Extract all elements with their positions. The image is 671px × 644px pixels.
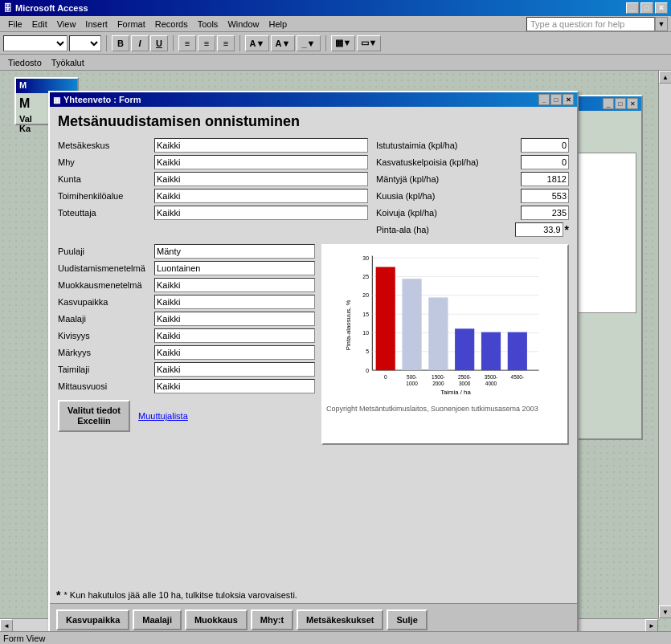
maximize-button[interactable]: □ <box>640 2 653 14</box>
mäntyjä-row: Mäntyjä (kpl/ha) <box>376 172 569 186</box>
align-right-button[interactable]: ≡ <box>217 35 235 51</box>
font-color-button[interactable]: A▼ <box>271 35 295 51</box>
bg-win-close[interactable]: ✕ <box>627 98 638 109</box>
uudistamismenetelmä-row: Uudistamismenetelmä <box>58 261 315 275</box>
underline-button[interactable]: U <box>150 35 168 51</box>
menu-työkalut[interactable]: Työkalut <box>47 56 89 69</box>
pinta-ala-row: Pinta-ala (ha) * <box>376 222 569 237</box>
align-center-button[interactable]: ≡ <box>198 35 215 51</box>
muuttujalista-link[interactable]: Muuttujalista <box>138 411 188 421</box>
taimilaji-input[interactable] <box>154 362 315 377</box>
svg-rect-20 <box>455 328 474 370</box>
toteuttaja-input[interactable] <box>154 206 368 220</box>
bold-button[interactable]: B <box>112 35 129 51</box>
kasvupaikka-input[interactable] <box>154 295 315 309</box>
menu-edit[interactable]: Edit <box>27 18 52 31</box>
svg-text:1000: 1000 <box>406 381 418 386</box>
metsäkeskus-input[interactable] <box>154 138 368 153</box>
maalaji-input[interactable] <box>154 312 315 326</box>
mhyt-button[interactable]: Mhy:t <box>251 609 293 630</box>
svg-text:Pinta-alaosuus, %: Pinta-alaosuus, % <box>345 300 352 351</box>
svg-text:500-: 500- <box>407 374 417 380</box>
special-btn-1[interactable]: ▦▼ <box>331 35 355 51</box>
muokkausmenetelmä-input[interactable] <box>154 278 315 292</box>
mäntyjä-input[interactable] <box>521 172 569 186</box>
sulje-button[interactable]: Sulje <box>387 609 427 630</box>
svg-rect-17 <box>376 267 395 370</box>
menu-window[interactable]: Window <box>223 18 264 31</box>
muokkaus-button[interactable]: Muokkaus <box>185 609 248 630</box>
bg-win-max[interactable]: □ <box>615 98 626 109</box>
help-search-box[interactable]: Type a question for help <box>526 17 655 31</box>
svg-text:Taimia / ha: Taimia / ha <box>440 389 471 396</box>
menu-tiedosto[interactable]: Tiedosto <box>3 56 47 69</box>
scroll-down-button[interactable]: ▼ <box>659 605 671 618</box>
kuusia-label: Kuusia (kpl/ha) <box>376 191 521 201</box>
svg-text:3000: 3000 <box>459 381 471 386</box>
line-color-button[interactable]: _▼ <box>297 35 321 51</box>
menu-format[interactable]: Format <box>113 18 150 31</box>
svg-text:30: 30 <box>362 255 369 261</box>
help-dropdown-button[interactable]: ▼ <box>655 17 668 31</box>
scroll-up-button[interactable]: ▲ <box>659 71 671 84</box>
fill-color-button[interactable]: A▼ <box>245 35 269 51</box>
kasvatuskelpoisia-input[interactable] <box>521 155 569 169</box>
right-scrollbar[interactable]: ▲ ▼ <box>658 71 671 618</box>
kasvatuskelpoisia-row: Kasvatuskelpoisia (kpl/ha) <box>376 155 569 169</box>
menu-tools[interactable]: Tools <box>193 18 223 31</box>
svg-text:4500-: 4500- <box>511 374 525 380</box>
kasvupaikka-button[interactable]: Kasvupaikka <box>56 609 129 630</box>
metsäkeskus-label: Metsäkeskus <box>58 141 154 150</box>
istutustaimia-input[interactable] <box>521 138 569 153</box>
toimihenkilöalue-input[interactable] <box>154 189 368 203</box>
mittausvuosi-input[interactable] <box>154 379 315 393</box>
metsäkeskukset-button[interactable]: Metsäkeskukset <box>297 609 383 630</box>
font-size-combo[interactable] <box>69 35 101 51</box>
font-name-combo[interactable] <box>3 35 68 51</box>
koivuja-label: Koivuja (kpl/ha) <box>376 208 521 218</box>
maalaji-button[interactable]: Maalaji <box>133 609 182 630</box>
toimihenkilöalue-row: Toimihenkilöalue <box>58 189 368 203</box>
chart-area: Pinta-alaosuus, % 0 5 10 <box>321 244 569 445</box>
koivuja-input[interactable] <box>521 206 569 220</box>
form-close-button[interactable]: ✕ <box>563 94 574 105</box>
menu-file[interactable]: File <box>3 18 27 31</box>
menu-view[interactable]: View <box>52 18 81 31</box>
form-maximize-button[interactable]: □ <box>550 94 562 105</box>
svg-text:20: 20 <box>362 292 369 298</box>
kuusia-input[interactable] <box>521 189 569 203</box>
kivisyys-input[interactable] <box>154 328 315 343</box>
menu-records[interactable]: Records <box>150 18 193 31</box>
menubar: File Edit View Insert Format Records Too… <box>0 16 671 32</box>
close-button[interactable]: ✕ <box>655 2 668 14</box>
toolbar-sep-1 <box>106 35 107 51</box>
scroll-right-button[interactable]: ► <box>645 619 658 631</box>
mhy-input[interactable] <box>154 155 368 169</box>
scroll-left-button[interactable]: ◄ <box>0 619 13 631</box>
special-btn-2[interactable]: ▭▼ <box>357 35 381 51</box>
form-icon: ▦ <box>53 96 60 104</box>
pinta-ala-label: Pinta-ala (ha) <box>376 225 515 234</box>
minimize-button[interactable]: _ <box>626 2 639 14</box>
italic-button[interactable]: I <box>131 35 149 51</box>
app-icon: 🗄 <box>3 3 12 13</box>
menu-insert[interactable]: Insert <box>80 18 113 31</box>
form-minimize-button[interactable]: _ <box>538 94 550 105</box>
märkyys-input[interactable] <box>154 345 315 360</box>
menu-help[interactable]: Help <box>264 18 293 31</box>
footer-note: * * Kun hakutulos jää alle 10 ha, tulkit… <box>56 589 571 601</box>
help-placeholder: Type a question for help <box>530 19 624 29</box>
chart-copyright: Copyright Metsäntutkimuslaitos, Suonenjo… <box>326 405 564 414</box>
uudistamismenetelmä-input[interactable] <box>154 261 315 275</box>
align-left-button[interactable]: ≡ <box>178 35 196 51</box>
svg-text:2000: 2000 <box>432 381 444 386</box>
bg-win-min[interactable]: _ <box>603 98 614 109</box>
toteuttaja-label: Toteuttaja <box>58 208 154 218</box>
toimihenkilöalue-label: Toimihenkilöalue <box>58 191 154 201</box>
pinta-ala-input[interactable] <box>515 222 563 237</box>
export-button[interactable]: Valitut tiedot Exceliin <box>58 400 130 432</box>
kasvupaikka-row: Kasvupaikka <box>58 295 315 309</box>
istutustaimia-row: Istutustaimia (kpl/ha) <box>376 138 569 153</box>
puulaji-input[interactable] <box>154 244 315 259</box>
kunta-input[interactable] <box>154 172 368 186</box>
